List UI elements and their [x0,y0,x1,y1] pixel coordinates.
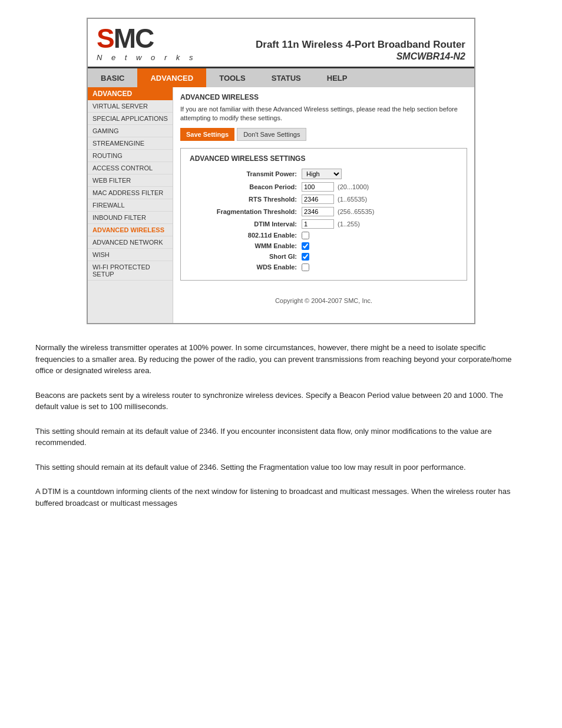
desc-rts-threshold-text: This setting should remain at its defaul… [35,426,527,449]
80211d-enable-row: 802.11d Enable: [190,232,458,239]
smc-brand-block: SMC N e t w o r k s [97,25,196,62]
rts-threshold-label: RTS Threshold: [190,196,302,203]
beacon-period-value: (20...1000) [302,182,369,192]
sidebar-item-routing[interactable]: ROUTING [88,150,173,162]
sidebar-item-advanced-wireless[interactable]: ADVANCED WIRELESS [88,224,173,236]
router-ui: SMC N e t w o r k s Draft 11n Wireless 4… [87,18,475,324]
sidebar-item-access-control[interactable]: ACCESS CONTROL [88,162,173,174]
wmm-enable-checkbox[interactable] [302,242,309,250]
frag-threshold-input[interactable] [302,207,334,216]
beacon-period-label: Beacon Period: [190,183,302,190]
content-panel: ADVANCED WIRELESS If you are not familia… [173,87,474,323]
frag-threshold-label: Fragmentation Threshold: [190,208,302,215]
content-section-title: ADVANCED WIRELESS [180,93,467,101]
sidebar-item-advanced-network[interactable]: ADVANCED NETWORK [88,236,173,249]
sidebar-item-wifi-protected-setup[interactable]: WI-FI PROTECTED SETUP [88,261,173,281]
sidebar-item-gaming[interactable]: GAMING [88,125,173,137]
sidebar-item-special-applications[interactable]: SPECIAL APPLICATIONS [88,113,173,125]
80211d-enable-checkbox[interactable] [302,232,309,239]
dtim-interval-value: (1..255) [302,219,360,229]
short-gi-label: Short GI: [190,253,302,260]
settings-title: ADVANCED WIRELESS SETTINGS [190,154,458,163]
wds-enable-checkbox[interactable] [302,263,309,271]
beacon-period-row: Beacon Period: (20...1000) [190,182,458,192]
wmm-enable-row: WMM Enable: [190,242,458,250]
80211d-enable-label: 802.11d Enable: [190,232,302,239]
desc-transmit-power-text: Normally the wireless transmitter operat… [35,342,527,377]
sidebar-section-title: ADVANCED [88,87,173,100]
networks-text: N e t w o r k s [97,53,196,62]
main-content: ADVANCED VIRTUAL SERVER SPECIAL APPLICAT… [88,87,474,323]
settings-box: ADVANCED WIRELESS SETTINGS Transmit Powe… [180,148,467,281]
nav-bar: BASIC ADVANCED TOOLS STATUS HELP [88,68,474,87]
wmm-enable-value [302,242,309,250]
sidebar-item-virtual-server[interactable]: VIRTUAL SERVER [88,100,173,113]
nav-help[interactable]: HELP [314,68,361,87]
desc-beacon-period: Beacons are packets sent by a wireless r… [35,390,527,413]
desc-dtim-interval-text: A DTIM is a countdown informing clients … [35,486,527,509]
dtim-interval-label: DTIM Interval: [190,220,302,228]
desc-dtim-interval: A DTIM is a countdown informing clients … [35,486,527,509]
sidebar-item-wish[interactable]: WISH [88,249,173,261]
beacon-period-hint: (20...1000) [338,183,369,190]
frag-threshold-value: (256..65535) [302,207,374,216]
smc-logo: SMC [97,25,196,52]
sidebar-item-mac-filter[interactable]: MAC ADDRESS FILTER [88,187,173,199]
short-gi-row: Short GI: [190,253,458,261]
sidebar-item-inbound-filter[interactable]: INBOUND FILTER [88,212,173,224]
nav-tools[interactable]: TOOLS [206,68,259,87]
desc-beacon-period-text: Beacons are packets sent by a wireless r… [35,390,527,413]
dtim-interval-hint: (1..255) [338,220,360,228]
rts-threshold-input[interactable] [302,195,334,204]
transmit-power-select[interactable]: High Medium Low [302,169,342,179]
short-gi-value [302,253,309,261]
dont-save-button[interactable]: Don't Save Settings [237,128,306,141]
dtim-interval-input[interactable] [302,219,334,229]
wds-enable-label: WDS Enable: [190,263,302,271]
wds-enable-value [302,263,309,271]
rts-threshold-value: (1..65535) [302,195,367,204]
desc-frag-threshold-text: This setting should remain at its defaul… [35,462,527,473]
short-gi-checkbox[interactable] [302,253,309,261]
nav-basic[interactable]: BASIC [88,68,137,87]
frag-threshold-row: Fragmentation Threshold: (256..65535) [190,207,458,216]
nav-status[interactable]: STATUS [259,68,314,87]
dtim-interval-row: DTIM Interval: (1..255) [190,219,458,229]
button-row: Save Settings Don't Save Settings [180,128,467,141]
transmit-power-value: High Medium Low [302,169,342,179]
80211d-enable-value [302,232,309,239]
save-button[interactable]: Save Settings [180,128,234,141]
sidebar: ADVANCED VIRTUAL SERVER SPECIAL APPLICAT… [88,87,173,323]
wds-enable-row: WDS Enable: [190,263,458,271]
wmm-enable-label: WMM Enable: [190,242,302,249]
header-title-block: Draft 11n Wireless 4-Port Broadband Rout… [202,38,465,62]
frag-threshold-hint: (256..65535) [338,208,374,215]
logo-mc: MC [114,23,154,54]
content-info-text: If you are not familiar with these Advan… [180,105,467,123]
router-header: SMC N e t w o r k s Draft 11n Wireless 4… [88,19,474,68]
rts-threshold-row: RTS Threshold: (1..65535) [190,195,458,204]
desc-frag-threshold: This setting should remain at its defaul… [35,462,527,473]
logo-s: S [97,23,114,54]
nav-advanced[interactable]: ADVANCED [137,68,206,87]
sidebar-item-web-filter[interactable]: WEB FILTER [88,174,173,187]
rts-threshold-hint: (1..65535) [338,196,367,203]
desc-rts-threshold: This setting should remain at its defaul… [35,426,527,449]
transmit-power-label: Transmit Power: [190,170,302,177]
copyright: Copyright © 2004-2007 SMC, Inc. [180,292,467,309]
header-title: Draft 11n Wireless 4-Port Broadband Rout… [202,38,465,51]
sidebar-item-streamengine[interactable]: STREAMENGINE [88,137,173,150]
transmit-power-row: Transmit Power: High Medium Low [190,169,458,179]
sidebar-item-firewall[interactable]: FIREWALL [88,199,173,212]
desc-transmit-power: Normally the wireless transmitter operat… [35,342,527,377]
header-model: SMCWBR14-N2 [202,51,465,62]
beacon-period-input[interactable] [302,182,334,192]
